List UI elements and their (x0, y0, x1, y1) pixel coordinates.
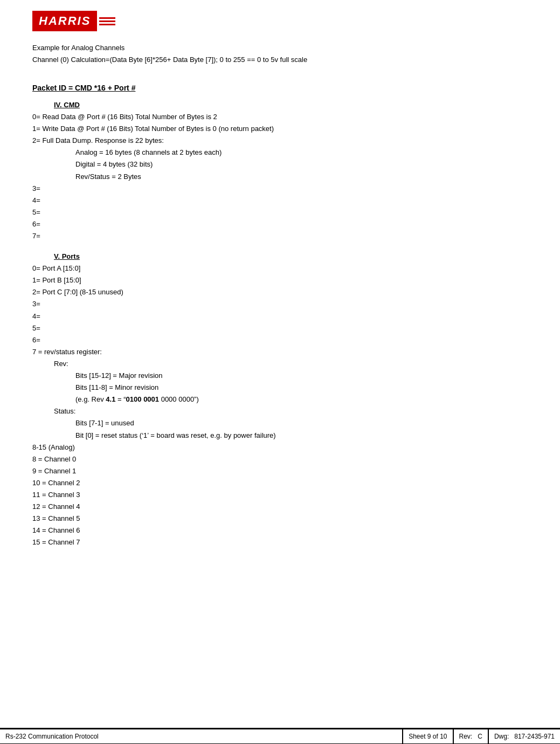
status-bits2: Bit [0] = reset status (‘1’ = board was … (32, 430, 528, 442)
port-item-1: 1= Port B [15:0] (32, 274, 528, 286)
analog-item-4: 11 = Channel 3 (32, 489, 528, 501)
dwg-value-footer: 817-2435-971 (514, 733, 555, 740)
analog-item-8: 15 = Channel 7 (32, 536, 528, 548)
port-item-3: 3= (32, 298, 528, 310)
packet-id-section: Packet ID = CMD *16 + Port # IV. CMD 0= … (32, 82, 528, 242)
rev-value-footer: C (478, 733, 482, 740)
cmd-item-5: Rev/Status = 2 Bytes (32, 171, 528, 183)
port-item-6: 6= (32, 334, 528, 346)
rev-example-mid: = “ (115, 395, 126, 403)
harris-brand: HARRIS (39, 14, 91, 27)
doc-title-text: Rs-232 Communication Protocol (5, 733, 99, 740)
cmd-item-3: Analog = 16 bytes (8 channels at 2 bytes… (32, 147, 528, 159)
logo-decoration (99, 17, 115, 25)
packet-id-title: Packet ID = CMD *16 + Port # (32, 82, 528, 95)
port-item-7: 7 = rev/status register: (32, 346, 528, 358)
cmd-header: IV. CMD (32, 99, 528, 111)
analog-item-5: 12 = Channel 4 (32, 501, 528, 513)
analog-item-1: 8 = Channel 0 (32, 453, 528, 465)
status-bits1: Bits [7-1] = unused (32, 417, 528, 429)
cmd-item-1: 1= Write Data @ Port # (16 Bits) Total N… (32, 123, 528, 135)
cmd-item-7: 4= (32, 195, 528, 206)
rev-example-pre: (e.g. Rev (75, 395, 106, 403)
footer-dwg: Dwg: 817-2435-971 (488, 729, 560, 744)
intro-line2: Channel (0) Calculation=(Data Byte [6]*2… (32, 54, 528, 66)
analog-item-3: 10 = Channel 2 (32, 477, 528, 489)
logo-line-3 (99, 24, 115, 25)
cmd-item-0: 0= Read Data @ Port # (16 Bits) Total Nu… (32, 111, 528, 123)
logo-text: HARRIS (32, 11, 97, 31)
cmd-item-4: Digital = 4 bytes (32 bits) (32, 159, 528, 170)
footer-sheet: Sheet 9 of 10 (403, 729, 453, 744)
harris-logo: HARRIS (32, 11, 528, 31)
ports-header: V. Ports (32, 251, 528, 263)
logo-line-2 (99, 20, 115, 22)
footer-doc-title: Rs-232 Communication Protocol (0, 729, 403, 744)
cmd-item-9: 6= (32, 218, 528, 230)
sheet-text: Sheet 9 of 10 (409, 733, 447, 740)
page-container: HARRIS Example for Analog Channels Chann… (0, 0, 560, 744)
ports-section: V. Ports 0= Port A [15:0] 1= Port B [15:… (32, 251, 528, 548)
rev-label-footer: Rev: (459, 733, 473, 740)
status-label: Status: (32, 405, 528, 417)
footer-rev: Rev: C (453, 729, 488, 744)
port-item-2: 2= Port C [7:0] (8-15 unused) (32, 286, 528, 298)
cmd-item-10: 7= (32, 230, 528, 242)
port-item-4: 4= (32, 311, 528, 322)
logo-area: HARRIS (32, 11, 528, 31)
cmd-item-6: 3= (32, 183, 528, 195)
intro-text: Example for Analog Channels Channel (0) … (32, 42, 528, 66)
cmd-item-2: 2= Full Data Dump. Response is 22 bytes: (32, 135, 528, 147)
dwg-label-footer: Dwg: (494, 733, 509, 740)
rev-example: (e.g. Rev 4.1 = “0100 0001 0000 0000”) (32, 394, 528, 405)
rev-bits1: Bits [15-12] = Major revision (32, 370, 528, 382)
rev-example-post: 0000 0000”) (159, 395, 199, 403)
analog-item-0: 8-15 (Analog) (32, 442, 528, 453)
rev-bits2: Bits [11-8] = Minor revision (32, 382, 528, 394)
analog-item-7: 14 = Channel 6 (32, 525, 528, 536)
port-item-0: 0= Port A [15:0] (32, 263, 528, 274)
cmd-item-8: 5= (32, 206, 528, 218)
rev-example-bold2: 0100 0001 (126, 395, 159, 403)
rev-label: Rev: (32, 358, 528, 370)
port-item-5: 5= (32, 322, 528, 334)
footer: Rs-232 Communication Protocol Sheet 9 of… (0, 728, 560, 744)
analog-item-2: 9 = Channel 1 (32, 465, 528, 477)
content-area: Packet ID = CMD *16 + Port # IV. CMD 0= … (32, 82, 528, 548)
analog-item-6: 13 = Channel 5 (32, 513, 528, 525)
intro-line1: Example for Analog Channels (32, 42, 528, 54)
logo-line-1 (99, 17, 115, 19)
rev-example-bold: 4.1 (106, 395, 115, 403)
